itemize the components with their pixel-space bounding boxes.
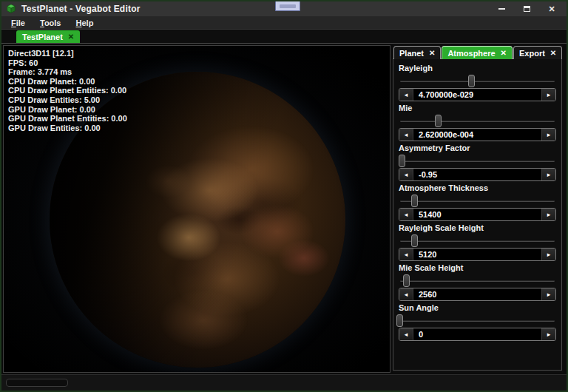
param-label: Sun Angle (399, 303, 556, 313)
slider-handle[interactable] (411, 234, 418, 247)
menu-help[interactable]: Help (72, 18, 98, 28)
rayleigh-spinbox: ◂ 4.700000e-029 ▸ (399, 88, 556, 101)
slider-handle[interactable] (403, 274, 410, 287)
mie-slider[interactable] (399, 115, 556, 128)
rayleigh-slider[interactable] (399, 75, 556, 88)
mie-spinbox: ◂ 2.620000e-004 ▸ (399, 128, 556, 141)
spin-increment-button[interactable]: ▸ (541, 288, 555, 300)
tab-atmosphere-close-icon[interactable]: ✕ (501, 49, 507, 57)
param-sun-angle: Sun Angle ◂ 0 ▸ (399, 303, 556, 341)
spin-decrement-button[interactable]: ◂ (399, 129, 413, 141)
param-rayleigh-scale-height: Rayleigh Scale Height ◂ 5120 ▸ (399, 223, 556, 261)
slider-track[interactable] (400, 160, 555, 162)
viewport-canvas[interactable]: Direct3D11 [12.1] FPS: 60 Frame: 3.774 m… (3, 45, 390, 373)
spin-value-field[interactable]: -0.95 (413, 169, 541, 180)
slider-handle[interactable] (468, 75, 475, 87)
spin-value-field[interactable]: 4.700000e-029 (413, 89, 541, 101)
spin-increment-button[interactable]: ▸ (541, 89, 555, 101)
spin-decrement-button[interactable]: ◂ (399, 249, 413, 260)
tab-export-close-icon[interactable]: ✕ (550, 49, 556, 57)
menu-bar: File Tools Help (1, 16, 567, 30)
content-area: Direct3D11 [12.1] FPS: 60 Frame: 3.774 m… (1, 44, 567, 374)
slider-track[interactable] (400, 81, 555, 82)
spin-increment-button[interactable]: ▸ (541, 169, 555, 180)
tab-planet[interactable]: Planet ✕ (393, 46, 441, 59)
tab-export[interactable]: Export ✕ (513, 46, 562, 59)
param-label: Mie (399, 104, 556, 113)
spin-increment-button[interactable]: ▸ (541, 249, 555, 260)
app-window: TestPlanet - Vegabot Editor ✕ File Tools… (0, 0, 568, 392)
param-mie: Mie ◂ 2.620000e-004 ▸ (399, 104, 556, 141)
rayleigh-scale-height-spinbox: ◂ 5120 ▸ (399, 248, 556, 261)
atmosphere-thickness-spinbox: ◂ 51400 ▸ (399, 208, 556, 221)
spin-increment-button[interactable]: ▸ (541, 328, 555, 340)
stat-frame-time: Frame: 3.774 ms (8, 67, 127, 77)
tab-atmosphere[interactable]: Atmosphere ✕ (442, 46, 513, 59)
spin-decrement-button[interactable]: ◂ (399, 89, 413, 101)
document-tab-bar: TestPlanet ✕ (1, 30, 567, 44)
tab-planet-label: Planet (399, 49, 424, 58)
doc-tab-label: TestPlanet (22, 33, 63, 41)
slider-track[interactable] (400, 280, 555, 282)
param-label: Asymmetry Factor (399, 143, 556, 153)
menu-tools[interactable]: Tools (36, 18, 65, 28)
spin-increment-button[interactable]: ▸ (541, 209, 555, 220)
minimize-icon (498, 8, 505, 10)
spin-value-field[interactable]: 0 (413, 328, 541, 340)
stat-cpu-draw-planet-entities: CPU Draw Planet Entities: 0.00 (8, 86, 127, 95)
asymmetry-factor-slider[interactable] (399, 155, 556, 168)
slider-track[interactable] (400, 200, 555, 202)
progress-bar (6, 379, 68, 387)
overlay-window-fragment (275, 1, 300, 11)
close-icon: ✕ (548, 5, 555, 13)
maximize-button[interactable] (521, 4, 532, 13)
spin-decrement-button[interactable]: ◂ (399, 169, 413, 180)
spin-decrement-button[interactable]: ◂ (399, 328, 413, 340)
doc-tab-testplanet[interactable]: TestPlanet ✕ (16, 30, 80, 43)
slider-handle[interactable] (411, 195, 418, 207)
param-mie-scale-height: Mie Scale Height ◂ 2560 ▸ (399, 263, 556, 301)
stat-renderer: Direct3D11 [12.1] (8, 49, 127, 58)
param-label: Atmosphere Thickness (399, 183, 556, 193)
close-button[interactable]: ✕ (546, 4, 558, 13)
tab-planet-close-icon[interactable]: ✕ (429, 49, 435, 57)
slider-track[interactable] (400, 121, 555, 122)
spin-increment-button[interactable]: ▸ (541, 129, 555, 141)
stat-cpu-draw-entities: CPU Draw Entities: 5.00 (8, 95, 127, 105)
title-bar[interactable]: TestPlanet - Vegabot Editor ✕ (1, 1, 567, 16)
spin-value-field[interactable]: 2.620000e-004 (413, 129, 541, 141)
window-title: TestPlanet - Vegabot Editor (21, 4, 141, 14)
spin-decrement-button[interactable]: ◂ (399, 288, 413, 300)
slider-track[interactable] (400, 320, 555, 322)
param-asymmetry-factor: Asymmetry Factor ◂ -0.95 ▸ (399, 143, 556, 181)
mie-scale-height-slider[interactable] (399, 274, 556, 288)
slider-handle[interactable] (435, 115, 442, 127)
spin-decrement-button[interactable]: ◂ (399, 209, 413, 220)
panel-tab-bar: Planet ✕ Atmosphere ✕ Export ✕ (393, 45, 564, 59)
param-label: Mie Scale Height (399, 263, 556, 273)
spin-value-field[interactable]: 2560 (413, 288, 541, 300)
slider-handle[interactable] (399, 155, 405, 167)
atmosphere-thickness-slider[interactable] (399, 195, 556, 208)
sun-angle-slider[interactable] (399, 314, 556, 328)
minimize-button[interactable] (496, 4, 507, 13)
tab-export-label: Export (519, 49, 545, 58)
menu-file[interactable]: File (7, 18, 29, 28)
slider-track[interactable] (400, 240, 555, 242)
status-bar (1, 374, 567, 391)
maximize-icon (524, 6, 530, 12)
mie-scale-height-spinbox: ◂ 2560 ▸ (399, 288, 556, 301)
spin-value-field[interactable]: 5120 (413, 249, 541, 260)
rayleigh-scale-height-slider[interactable] (399, 234, 556, 248)
window-controls: ✕ (496, 4, 562, 13)
slider-handle[interactable] (396, 314, 403, 327)
stat-gpu-draw-planet-entities: GPU Draw Planet Entities: 0.00 (8, 114, 127, 124)
stat-gpu-draw-entities: GPU Draw Entities: 0.00 (8, 124, 127, 133)
doc-tab-close-icon[interactable]: ✕ (68, 33, 74, 41)
render-stats-overlay: Direct3D11 [12.1] FPS: 60 Frame: 3.774 m… (8, 49, 127, 132)
app-logo-icon (6, 4, 16, 14)
asymmetry-factor-spinbox: ◂ -0.95 ▸ (399, 168, 556, 181)
param-label: Rayleigh Scale Height (399, 223, 556, 233)
stat-gpu-draw-planet: GPU Draw Planet: 0.00 (8, 105, 127, 115)
spin-value-field[interactable]: 51400 (413, 209, 541, 220)
